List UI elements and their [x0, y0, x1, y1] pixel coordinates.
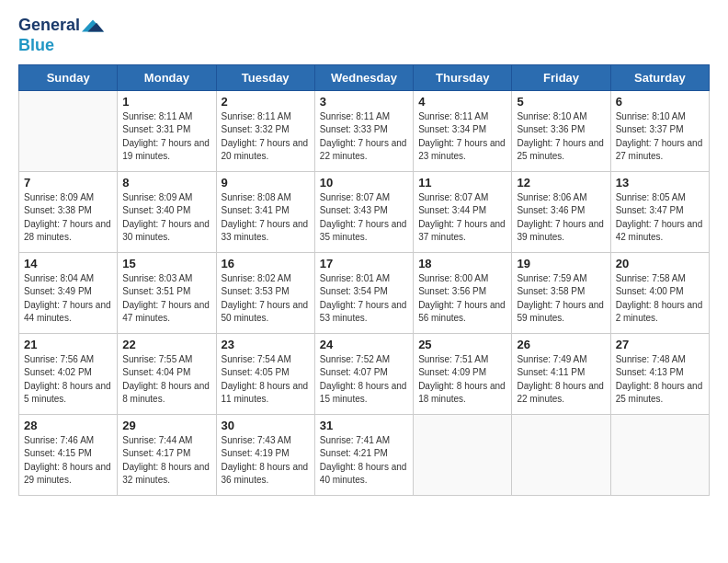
- day-detail: Sunrise: 8:08 AMSunset: 3:41 PMDaylight:…: [222, 191, 310, 245]
- logo-text-line2: Blue: [18, 36, 54, 54]
- day-number: 22: [122, 338, 210, 351]
- calendar-week-2: 7Sunrise: 8:09 AMSunset: 3:38 PMDaylight…: [19, 171, 710, 252]
- day-number: 10: [320, 176, 408, 190]
- day-number: 16: [222, 257, 310, 270]
- calendar-header-tuesday: Tuesday: [216, 64, 314, 90]
- calendar-cell: 18Sunrise: 8:00 AMSunset: 3:56 PMDayligh…: [414, 252, 512, 333]
- calendar-week-5: 28Sunrise: 7:46 AMSunset: 4:15 PMDayligh…: [19, 414, 710, 495]
- day-number: 4: [418, 95, 506, 109]
- day-detail: Sunrise: 7:58 AMSunset: 4:00 PMDaylight:…: [616, 272, 704, 326]
- day-detail: Sunrise: 8:07 AMSunset: 3:43 PMDaylight:…: [320, 191, 408, 245]
- day-detail: Sunrise: 8:11 AMSunset: 3:34 PMDaylight:…: [418, 110, 506, 164]
- day-number: 27: [616, 338, 704, 351]
- calendar-cell: 29Sunrise: 7:44 AMSunset: 4:17 PMDayligh…: [118, 414, 216, 495]
- day-number: 9: [222, 176, 310, 190]
- calendar-cell: 25Sunrise: 7:51 AMSunset: 4:09 PMDayligh…: [414, 333, 512, 414]
- day-detail: Sunrise: 8:01 AMSunset: 3:54 PMDaylight:…: [320, 272, 408, 326]
- calendar-cell: [512, 414, 610, 495]
- day-detail: Sunrise: 7:56 AMSunset: 4:02 PMDaylight:…: [24, 353, 112, 407]
- day-number: 17: [320, 257, 408, 270]
- calendar-cell: 14Sunrise: 8:04 AMSunset: 3:49 PMDayligh…: [19, 252, 118, 333]
- calendar-cell: 28Sunrise: 7:46 AMSunset: 4:15 PMDayligh…: [19, 414, 118, 495]
- calendar-cell: 9Sunrise: 8:08 AMSunset: 3:41 PMDaylight…: [216, 171, 314, 252]
- calendar-cell: [414, 414, 512, 495]
- day-number: 25: [418, 338, 506, 351]
- day-number: 20: [616, 257, 704, 270]
- day-detail: Sunrise: 8:07 AMSunset: 3:44 PMDaylight:…: [418, 191, 506, 245]
- day-detail: Sunrise: 7:59 AMSunset: 3:58 PMDaylight:…: [517, 272, 605, 326]
- calendar-week-3: 14Sunrise: 8:04 AMSunset: 3:49 PMDayligh…: [19, 252, 710, 333]
- day-detail: Sunrise: 7:48 AMSunset: 4:13 PMDaylight:…: [616, 353, 704, 407]
- calendar-cell: 27Sunrise: 7:48 AMSunset: 4:13 PMDayligh…: [610, 333, 709, 414]
- logo: General Blue: [18, 15, 104, 55]
- day-number: 6: [616, 95, 704, 109]
- calendar-cell: 22Sunrise: 7:55 AMSunset: 4:04 PMDayligh…: [118, 333, 216, 414]
- calendar-cell: 4Sunrise: 8:11 AMSunset: 3:34 PMDaylight…: [414, 90, 512, 171]
- day-detail: Sunrise: 8:05 AMSunset: 3:47 PMDaylight:…: [616, 191, 704, 245]
- day-number: 15: [122, 257, 210, 270]
- day-detail: Sunrise: 8:02 AMSunset: 3:53 PMDaylight:…: [222, 272, 310, 326]
- calendar-cell: 17Sunrise: 8:01 AMSunset: 3:54 PMDayligh…: [314, 252, 413, 333]
- calendar-cell: 8Sunrise: 8:09 AMSunset: 3:40 PMDaylight…: [118, 171, 216, 252]
- day-number: 21: [24, 338, 112, 351]
- logo-text-line1: General: [18, 17, 80, 35]
- day-number: 7: [24, 176, 112, 190]
- day-number: 11: [418, 176, 506, 190]
- logo-icon: [82, 15, 104, 37]
- calendar-header-wednesday: Wednesday: [314, 64, 413, 90]
- day-detail: Sunrise: 7:41 AMSunset: 4:21 PMDaylight:…: [320, 434, 408, 488]
- calendar-cell: 11Sunrise: 8:07 AMSunset: 3:44 PMDayligh…: [414, 171, 512, 252]
- day-detail: Sunrise: 8:09 AMSunset: 3:38 PMDaylight:…: [24, 191, 112, 245]
- day-number: 28: [24, 419, 112, 432]
- page-header: General Blue: [18, 15, 710, 55]
- day-detail: Sunrise: 7:49 AMSunset: 4:11 PMDaylight:…: [517, 353, 605, 407]
- day-detail: Sunrise: 8:00 AMSunset: 3:56 PMDaylight:…: [418, 272, 506, 326]
- calendar-cell: 26Sunrise: 7:49 AMSunset: 4:11 PMDayligh…: [512, 333, 610, 414]
- calendar-table: SundayMondayTuesdayWednesdayThursdayFrid…: [18, 64, 710, 496]
- calendar-week-1: 1Sunrise: 8:11 AMSunset: 3:31 PMDaylight…: [19, 90, 710, 171]
- day-number: 19: [517, 257, 605, 270]
- day-number: 29: [122, 419, 210, 432]
- day-detail: Sunrise: 7:55 AMSunset: 4:04 PMDaylight:…: [122, 353, 210, 407]
- calendar-cell: 5Sunrise: 8:10 AMSunset: 3:36 PMDaylight…: [512, 90, 610, 171]
- calendar-cell: 15Sunrise: 8:03 AMSunset: 3:51 PMDayligh…: [118, 252, 216, 333]
- day-detail: Sunrise: 7:51 AMSunset: 4:09 PMDaylight:…: [418, 353, 506, 407]
- day-detail: Sunrise: 7:43 AMSunset: 4:19 PMDaylight:…: [222, 434, 310, 488]
- day-number: 18: [418, 257, 506, 270]
- day-detail: Sunrise: 8:10 AMSunset: 3:37 PMDaylight:…: [616, 110, 704, 164]
- calendar-cell: 7Sunrise: 8:09 AMSunset: 3:38 PMDaylight…: [19, 171, 118, 252]
- day-number: 1: [122, 95, 210, 109]
- calendar-cell: 10Sunrise: 8:07 AMSunset: 3:43 PMDayligh…: [314, 171, 413, 252]
- calendar-week-4: 21Sunrise: 7:56 AMSunset: 4:02 PMDayligh…: [19, 333, 710, 414]
- day-number: 30: [222, 419, 310, 432]
- day-number: 24: [320, 338, 408, 351]
- calendar-header-thursday: Thursday: [414, 64, 512, 90]
- day-number: 13: [616, 176, 704, 190]
- day-number: 12: [517, 176, 605, 190]
- day-number: 31: [320, 419, 408, 432]
- calendar-header-saturday: Saturday: [610, 64, 709, 90]
- calendar-cell: 16Sunrise: 8:02 AMSunset: 3:53 PMDayligh…: [216, 252, 314, 333]
- calendar-cell: 13Sunrise: 8:05 AMSunset: 3:47 PMDayligh…: [610, 171, 709, 252]
- calendar-header-friday: Friday: [512, 64, 610, 90]
- calendar-cell: 12Sunrise: 8:06 AMSunset: 3:46 PMDayligh…: [512, 171, 610, 252]
- calendar-cell: [610, 414, 709, 495]
- day-number: 5: [517, 95, 605, 109]
- day-detail: Sunrise: 8:11 AMSunset: 3:31 PMDaylight:…: [122, 110, 210, 164]
- calendar-cell: 19Sunrise: 7:59 AMSunset: 3:58 PMDayligh…: [512, 252, 610, 333]
- calendar-header-sunday: Sunday: [19, 64, 118, 90]
- calendar-cell: 30Sunrise: 7:43 AMSunset: 4:19 PMDayligh…: [216, 414, 314, 495]
- day-detail: Sunrise: 8:06 AMSunset: 3:46 PMDaylight:…: [517, 191, 605, 245]
- calendar-cell: 2Sunrise: 8:11 AMSunset: 3:32 PMDaylight…: [216, 90, 314, 171]
- calendar-cell: 1Sunrise: 8:11 AMSunset: 3:31 PMDaylight…: [118, 90, 216, 171]
- calendar-header-row: SundayMondayTuesdayWednesdayThursdayFrid…: [19, 64, 710, 90]
- calendar-body: 1Sunrise: 8:11 AMSunset: 3:31 PMDaylight…: [19, 90, 710, 495]
- calendar-cell: 24Sunrise: 7:52 AMSunset: 4:07 PMDayligh…: [314, 333, 413, 414]
- day-detail: Sunrise: 8:03 AMSunset: 3:51 PMDaylight:…: [122, 272, 210, 326]
- day-detail: Sunrise: 8:04 AMSunset: 3:49 PMDaylight:…: [24, 272, 112, 326]
- day-detail: Sunrise: 8:11 AMSunset: 3:33 PMDaylight:…: [320, 110, 408, 164]
- calendar-cell: 3Sunrise: 8:11 AMSunset: 3:33 PMDaylight…: [314, 90, 413, 171]
- day-detail: Sunrise: 7:46 AMSunset: 4:15 PMDaylight:…: [24, 434, 112, 488]
- calendar-cell: [19, 90, 118, 171]
- calendar-cell: 20Sunrise: 7:58 AMSunset: 4:00 PMDayligh…: [610, 252, 709, 333]
